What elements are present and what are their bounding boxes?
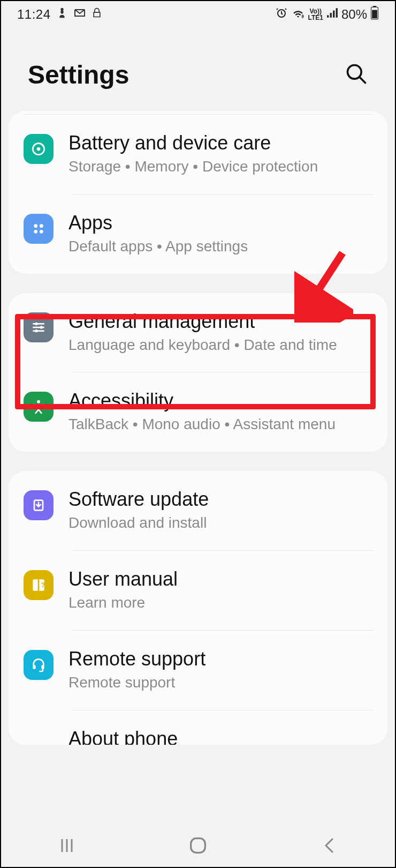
svg-rect-1 xyxy=(327,15,329,17)
wifi-icon xyxy=(291,7,305,22)
navigation-bar xyxy=(1,824,395,867)
item-subtitle: TalkBack • Mono audio • Assistant menu xyxy=(68,414,372,435)
battery-percent: 80% xyxy=(341,7,367,22)
item-subtitle: Default apps • App settings xyxy=(68,236,372,257)
download-icon xyxy=(24,490,54,520)
back-button[interactable] xyxy=(313,829,345,862)
svg-rect-7 xyxy=(372,10,377,19)
headset-icon xyxy=(24,650,54,680)
item-title: Remote support xyxy=(68,648,372,670)
apps-icon xyxy=(24,214,54,244)
svg-rect-25 xyxy=(33,665,35,669)
item-title: Accessibility xyxy=(68,390,372,412)
home-button[interactable] xyxy=(182,829,214,862)
item-title: User manual xyxy=(68,568,372,590)
gmail-icon xyxy=(73,6,86,23)
svg-point-22 xyxy=(37,400,40,403)
item-title: General management xyxy=(68,310,372,333)
settings-item-apps[interactable]: Apps Default apps • App settings xyxy=(9,194,387,274)
item-title: Software update xyxy=(68,488,372,511)
settings-item-remote-support[interactable]: Remote support Remote support xyxy=(9,631,387,710)
settings-group-3: Software update Download and install ? U… xyxy=(9,471,387,744)
settings-item-about-phone[interactable]: About phone xyxy=(9,710,387,745)
svg-point-13 xyxy=(40,224,43,228)
item-subtitle: Learn more xyxy=(68,593,372,613)
svg-rect-3 xyxy=(333,11,334,18)
item-title: Apps xyxy=(68,212,372,234)
sliders-icon xyxy=(24,312,54,342)
page-title: Settings xyxy=(28,60,129,89)
header: Settings xyxy=(1,28,395,111)
battery-icon xyxy=(370,6,379,23)
svg-rect-2 xyxy=(330,13,332,18)
svg-point-12 xyxy=(34,224,37,228)
svg-point-21 xyxy=(35,330,37,332)
status-time: 11:24 xyxy=(17,7,51,22)
svg-point-14 xyxy=(34,230,37,234)
settings-item-battery[interactable]: Battery and device care Storage • Memory… xyxy=(9,115,387,194)
back-icon xyxy=(319,836,339,855)
svg-rect-31 xyxy=(191,839,205,853)
svg-point-17 xyxy=(35,322,37,325)
svg-point-15 xyxy=(40,230,43,234)
settings-item-user-manual[interactable]: ? User manual Learn more xyxy=(9,551,387,630)
bixby-icon xyxy=(56,7,68,22)
item-subtitle: Remote support xyxy=(68,672,372,693)
recents-icon xyxy=(57,836,77,855)
volte-indicator: Vo)) LTE1 xyxy=(308,8,323,21)
settings-item-software-update[interactable]: Software update Download and install xyxy=(9,471,387,550)
search-icon xyxy=(345,62,368,86)
svg-point-19 xyxy=(40,326,43,328)
svg-text:?: ? xyxy=(41,581,45,589)
recents-button[interactable] xyxy=(51,829,83,862)
svg-rect-4 xyxy=(336,8,338,18)
lock-icon xyxy=(92,7,102,22)
item-title: Battery and device care xyxy=(68,132,372,154)
svg-point-11 xyxy=(37,147,41,151)
settings-item-general-management[interactable]: General management Language and keyboard… xyxy=(9,293,387,372)
item-subtitle: Language and keyboard • Date and time xyxy=(68,335,372,355)
device-care-icon xyxy=(24,134,54,164)
search-button[interactable] xyxy=(345,62,368,88)
alarm-icon xyxy=(275,6,288,23)
book-icon: ? xyxy=(24,570,54,600)
item-title: About phone xyxy=(68,728,372,745)
item-subtitle: Storage • Memory • Device protection xyxy=(68,156,372,177)
home-icon xyxy=(187,835,209,856)
accessibility-icon xyxy=(24,392,54,422)
status-bar: 11:24 Vo)) LTE1 xyxy=(1,1,395,28)
signal-icon xyxy=(326,8,338,21)
svg-line-9 xyxy=(360,77,365,83)
settings-item-accessibility[interactable]: Accessibility TalkBack • Mono audio • As… xyxy=(9,372,387,452)
settings-group-2: General management Language and keyboard… xyxy=(9,293,387,452)
settings-group-1: Battery and device care Storage • Memory… xyxy=(9,111,387,274)
item-subtitle: Download and install xyxy=(68,513,372,533)
svg-rect-26 xyxy=(41,665,44,669)
